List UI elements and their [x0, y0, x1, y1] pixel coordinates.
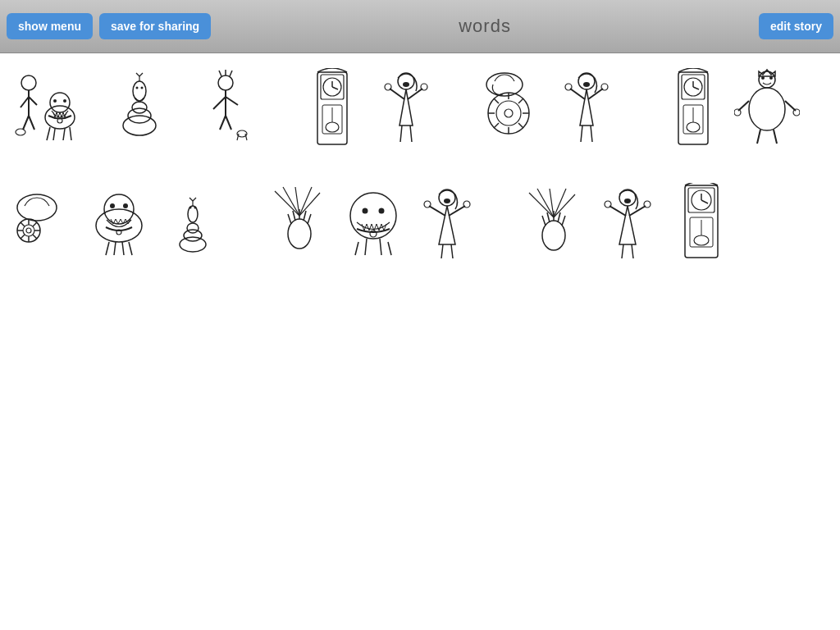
svg-line-67 — [494, 123, 499, 128]
list-item[interactable] — [82, 176, 156, 267]
toolbar-left: show menu save for sharing — [7, 13, 211, 39]
list-item[interactable] — [369, 62, 443, 152]
svg-point-146 — [424, 201, 431, 208]
svg-point-142 — [379, 208, 385, 213]
svg-line-134 — [308, 214, 311, 224]
svg-line-110 — [122, 242, 124, 255]
svg-line-108 — [106, 242, 109, 255]
list-item[interactable] — [115, 62, 189, 152]
svg-line-122 — [189, 198, 193, 201]
svg-point-106 — [96, 209, 142, 242]
svg-point-18 — [132, 102, 147, 113]
svg-line-164 — [629, 206, 646, 216]
list-item[interactable] — [656, 62, 730, 152]
svg-point-75 — [583, 82, 590, 87]
list-item[interactable] — [295, 62, 369, 152]
svg-point-82 — [687, 122, 700, 132]
svg-line-139 — [388, 242, 391, 255]
svg-point-89 — [793, 109, 800, 116]
svg-point-52 — [421, 84, 427, 90]
svg-line-90 — [757, 130, 760, 144]
list-item[interactable] — [730, 62, 804, 152]
svg-line-130 — [288, 214, 291, 224]
svg-point-16 — [123, 116, 156, 135]
svg-line-133 — [304, 211, 306, 221]
list-item[interactable] — [8, 62, 82, 152]
svg-point-120 — [194, 206, 197, 208]
svg-line-111 — [129, 242, 132, 255]
svg-point-59 — [504, 109, 513, 117]
list-item[interactable] — [336, 176, 410, 267]
svg-point-19 — [133, 81, 146, 101]
svg-point-20 — [136, 86, 139, 89]
svg-line-144 — [429, 206, 445, 216]
svg-point-72 — [601, 84, 608, 90]
svg-line-23 — [136, 73, 139, 76]
svg-point-94 — [17, 194, 57, 221]
group-gap — [230, 176, 262, 267]
svg-line-53 — [400, 126, 402, 142]
svg-point-55 — [403, 82, 409, 87]
svg-line-10 — [53, 129, 55, 140]
svg-point-165 — [605, 201, 611, 208]
svg-point-14 — [53, 99, 57, 103]
svg-point-8 — [50, 93, 70, 112]
svg-line-138 — [380, 239, 381, 255]
svg-line-11 — [63, 129, 65, 140]
list-item[interactable] — [410, 176, 484, 267]
svg-point-117 — [187, 223, 199, 233]
row-break — [8, 152, 832, 176]
svg-line-163 — [609, 206, 626, 216]
svg-line-27 — [213, 97, 226, 109]
svg-line-160 — [558, 212, 560, 222]
svg-line-80 — [693, 87, 699, 89]
group-gap — [443, 62, 476, 152]
svg-line-161 — [562, 216, 565, 226]
list-item[interactable] — [8, 176, 82, 267]
svg-line-136 — [355, 242, 358, 255]
svg-point-150 — [444, 199, 450, 203]
edit-story-button[interactable]: edit story — [759, 13, 833, 39]
svg-line-33 — [230, 71, 232, 76]
svg-line-31 — [219, 71, 221, 76]
svg-line-3 — [29, 97, 37, 105]
save-button[interactable]: save for sharing — [99, 13, 211, 39]
svg-point-114 — [123, 203, 128, 208]
svg-line-105 — [21, 235, 25, 239]
show-menu-button[interactable]: show menu — [7, 13, 93, 39]
svg-point-141 — [363, 208, 368, 213]
svg-point-6 — [16, 129, 25, 135]
list-item[interactable] — [664, 176, 738, 267]
svg-line-28 — [226, 97, 238, 105]
list-item[interactable] — [476, 62, 550, 152]
svg-line-91 — [774, 130, 777, 144]
svg-line-128 — [299, 193, 320, 216]
svg-line-168 — [632, 244, 633, 258]
svg-point-116 — [184, 230, 202, 241]
list-item[interactable] — [156, 176, 230, 267]
svg-line-157 — [542, 216, 546, 226]
svg-point-25 — [218, 75, 233, 90]
svg-point-0 — [21, 75, 36, 90]
list-item[interactable] — [550, 62, 623, 152]
svg-line-49 — [390, 89, 404, 99]
list-item[interactable] — [262, 176, 336, 267]
svg-point-113 — [110, 203, 115, 208]
svg-line-5 — [29, 116, 34, 130]
svg-line-109 — [114, 242, 116, 255]
toolbar-right: edit story — [759, 13, 833, 39]
svg-line-145 — [449, 206, 465, 216]
list-item[interactable] — [591, 176, 664, 267]
svg-point-71 — [565, 84, 572, 90]
svg-line-174 — [701, 200, 708, 203]
svg-line-41 — [332, 87, 338, 89]
svg-point-115 — [180, 237, 206, 252]
group-gap — [262, 62, 295, 152]
svg-point-176 — [694, 235, 709, 245]
list-item[interactable] — [189, 62, 262, 152]
svg-line-66 — [518, 98, 523, 103]
svg-point-85 — [749, 88, 785, 130]
svg-line-50 — [408, 89, 422, 99]
list-item[interactable] — [517, 176, 591, 267]
svg-line-29 — [220, 116, 226, 130]
